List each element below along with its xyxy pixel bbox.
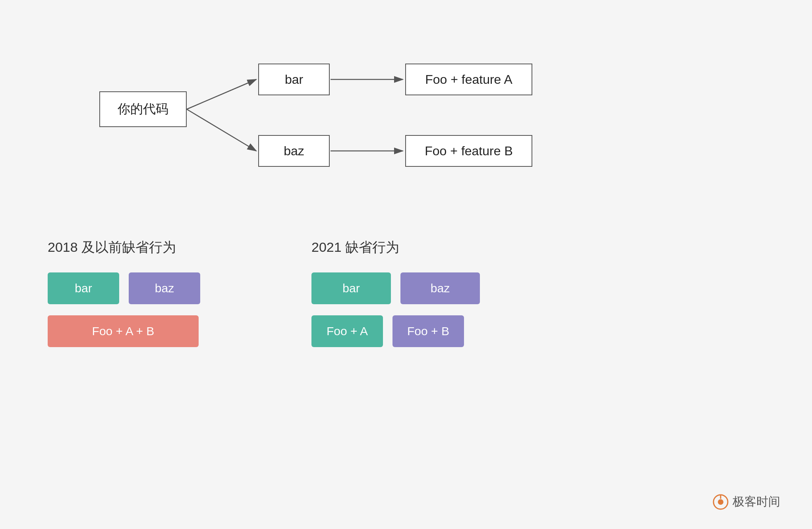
panel-2021-title: 2021 缺省行为 (311, 238, 480, 257)
page: 你的代码 bar baz Foo + feature A Foo + featu… (0, 0, 812, 529)
panel-2018-row2: Foo + A + B (48, 315, 200, 347)
chip-result-2018: Foo + A + B (48, 315, 199, 347)
chip-foo-a-2021: Foo + A (311, 315, 383, 347)
chip-bar-2021: bar (311, 272, 391, 304)
chip-result-2018-label: Foo + A + B (92, 324, 155, 338)
chip-baz-2021-label: baz (431, 282, 450, 295)
chip-bar-2021-label: bar (342, 282, 360, 295)
chip-foo-b-2021: Foo + B (392, 315, 464, 347)
chip-baz-2018-label: baz (155, 282, 174, 295)
watermark-icon (713, 494, 729, 510)
diagram-top: 你的代码 bar baz Foo + feature A Foo + featu… (48, 40, 723, 207)
bottom-section: 2018 及以前缺省行为 bar baz Foo + A + B 2021 缺省… (48, 238, 763, 358)
svg-point-6 (718, 499, 723, 505)
chip-foo-b-2021-label: Foo + B (407, 324, 449, 338)
panel-2021: 2021 缺省行为 bar baz Foo + A Foo + B (311, 238, 480, 358)
watermark: 极客时间 (713, 494, 780, 510)
chip-foo-a-2021-label: Foo + A (327, 324, 368, 338)
chip-bar-2018-label: bar (75, 282, 92, 295)
chip-baz-2018: baz (129, 272, 200, 304)
panel-2018-title: 2018 及以前缺省行为 (48, 238, 200, 257)
watermark-text: 极客时间 (733, 494, 780, 510)
chip-bar-2018: bar (48, 272, 119, 304)
chip-baz-2021: baz (400, 272, 480, 304)
svg-line-1 (187, 79, 256, 109)
diagram-arrows (48, 40, 723, 207)
svg-line-2 (187, 109, 256, 151)
panel-2018: 2018 及以前缺省行为 bar baz Foo + A + B (48, 238, 200, 358)
panel-2021-row2: Foo + A Foo + B (311, 315, 480, 347)
panel-2021-row1: bar baz (311, 272, 480, 304)
panel-2018-row1: bar baz (48, 272, 200, 304)
